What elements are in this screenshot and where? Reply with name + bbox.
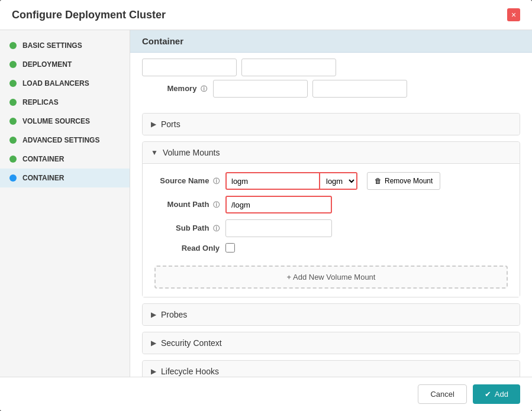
sidebar-dot-advanced-settings [9,137,17,144]
security-context-label: Security Context [161,338,222,348]
source-name-select-wrap: logm [225,172,357,190]
mount-path-label: Mount Path ⓘ [154,200,225,209]
sidebar-dot-replicas [9,99,17,106]
source-name-dropdown[interactable]: logm [320,172,357,190]
sidebar-item-container-1[interactable]: CONTAINER [0,150,130,169]
memory-row: Memory ⓘ [130,76,532,101]
top-inputs-row [130,53,532,76]
volume-mounts-body: Source Name ⓘ logm 🗑 R [143,163,520,297]
sidebar-item-load-balancers[interactable]: LOAD BALANCERS [0,74,130,93]
read-only-row: Read Only [154,243,508,253]
sub-path-label: Sub Path ⓘ [154,224,225,233]
read-only-label: Read Only [154,244,225,253]
modal-footer: Cancel ✔ Add [0,377,532,411]
ports-section: ▶ Ports [142,113,520,135]
top-input-1[interactable] [142,59,237,76]
sidebar-item-advanced-settings[interactable]: ADVANCED SETTINGS [0,131,130,150]
ports-arrow-icon: ▶ [151,120,156,128]
top-input-2[interactable] [241,59,336,76]
modal-body: BASIC SETTINGSDEPLOYMENTLOAD BALANCERSRE… [0,30,532,377]
probes-arrow-icon: ▶ [151,310,156,319]
add-volume-mount-label: + Add New Volume Mount [287,273,376,281]
ports-label: Ports [161,119,180,129]
cancel-button[interactable]: Cancel [418,384,466,404]
mount-path-info-icon: ⓘ [213,201,220,208]
source-name-row: Source Name ⓘ logm 🗑 R [154,172,508,190]
probes-label: Probes [161,310,187,319]
sidebar-label-replicas: REPLICAS [22,98,59,106]
sidebar-item-basic-settings[interactable]: BASIC SETTINGS [0,36,130,55]
add-button[interactable]: ✔ Add [473,384,520,404]
read-only-checkbox[interactable] [225,243,235,253]
lifecycle-hooks-section: ▶ Lifecycle Hooks [142,360,520,377]
sub-path-row: Sub Path ⓘ [154,219,508,237]
source-name-label: Source Name ⓘ [154,176,225,186]
sidebar-item-deployment[interactable]: DEPLOYMENT [0,55,130,74]
sub-path-info-icon: ⓘ [213,225,220,232]
memory-label: Memory ⓘ [142,84,213,93]
sidebar-item-volume-sources[interactable]: VOLUME SOURCES [0,112,130,131]
modal-title: Configure Deployment Cluster [12,9,166,21]
memory-info-icon: ⓘ [201,85,207,92]
add-volume-mount-button[interactable]: + Add New Volume Mount [154,266,508,289]
sidebar-label-load-balancers: LOAD BALANCERS [22,79,89,88]
source-name-info-icon: ⓘ [213,177,220,185]
sidebar-dot-deployment [9,61,17,68]
memory-input-2[interactable] [312,80,407,98]
memory-inputs [213,80,407,98]
sidebar-label-deployment: DEPLOYMENT [22,60,72,69]
mount-path-input[interactable] [225,196,332,213]
add-check-icon: ✔ [485,390,491,399]
source-name-input[interactable] [225,172,320,190]
sidebar-dot-container-2 [9,174,17,182]
container-section-header: Container [130,30,532,53]
main-content: Container Memory ⓘ [130,30,532,377]
volume-mounts-label: Volume Mounts [163,148,220,157]
memory-input-1[interactable] [213,80,308,98]
remove-mount-label: Remove Mount [385,177,433,185]
add-label: Add [495,390,508,399]
remove-mount-button[interactable]: 🗑 Remove Mount [367,172,440,190]
lifecycle-hooks-label: Lifecycle Hooks [161,367,219,376]
volume-mounts-arrow-icon: ▼ [151,148,158,157]
sidebar-item-replicas[interactable]: REPLICAS [0,93,130,112]
mount-path-row: Mount Path ⓘ [154,196,508,213]
sidebar-item-container-2[interactable]: CONTAINER [0,169,130,187]
sidebar: BASIC SETTINGSDEPLOYMENTLOAD BALANCERSRE… [0,30,130,377]
sidebar-label-advanced-settings: ADVANCED SETTINGS [22,136,99,144]
security-context-arrow-icon: ▶ [151,339,156,347]
sidebar-label-volume-sources: VOLUME SOURCES [22,117,90,125]
probes-header[interactable]: ▶ Probes [143,304,520,325]
sidebar-dot-container-1 [9,156,17,163]
sidebar-label-container-2: CONTAINER [22,174,64,182]
sidebar-label-container-1: CONTAINER [22,155,64,163]
modal: Configure Deployment Cluster × BASIC SET… [0,0,532,411]
sidebar-label-basic-settings: BASIC SETTINGS [22,41,82,50]
probes-section: ▶ Probes [142,303,520,326]
lifecycle-hooks-arrow-icon: ▶ [151,367,156,376]
content-area: ▶ Ports ▼ Volume Mounts Source Nam [130,101,532,377]
sidebar-dot-basic-settings [9,42,17,49]
ports-header[interactable]: ▶ Ports [143,114,520,135]
trash-icon: 🗑 [375,177,382,185]
volume-mounts-header[interactable]: ▼ Volume Mounts [143,142,520,163]
container-title: Container [142,36,183,46]
sub-path-input[interactable] [225,219,332,237]
security-context-section: ▶ Security Context [142,332,520,354]
close-button[interactable]: × [507,8,520,21]
modal-header: Configure Deployment Cluster × [0,0,532,30]
sidebar-dot-load-balancers [9,80,17,87]
volume-mounts-section: ▼ Volume Mounts Source Name ⓘ [142,141,520,297]
lifecycle-hooks-header[interactable]: ▶ Lifecycle Hooks [143,361,520,377]
security-context-header[interactable]: ▶ Security Context [143,332,520,354]
sidebar-dot-volume-sources [9,118,17,125]
